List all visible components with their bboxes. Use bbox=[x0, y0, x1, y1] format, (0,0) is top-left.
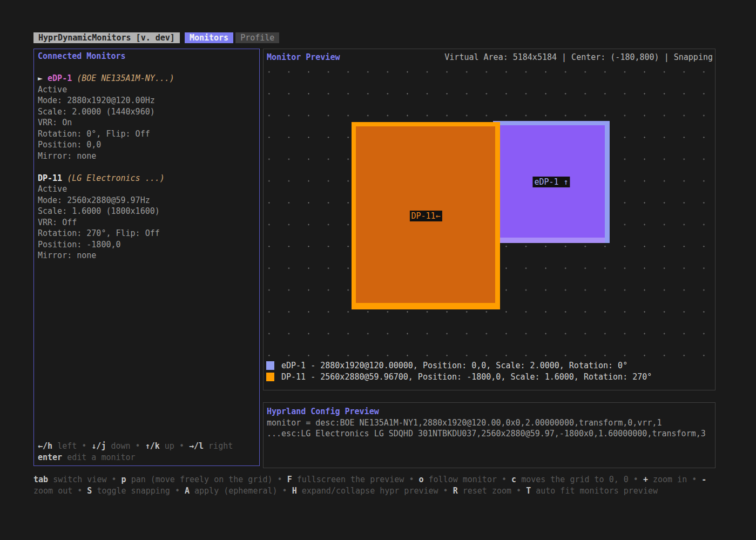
legend-text-edp1: eDP-1 - 2880x1920@120.00000, Position: 0… bbox=[281, 361, 627, 370]
app-title-tab: HyprDynamicMonitors [v. dev] bbox=[33, 32, 180, 43]
monitor-header: ► eDP-1 (BOE NE135A1M-NY...) bbox=[38, 73, 255, 84]
monitor-list-item-dp11[interactable]: DP-11 (LG Electronics ...) Active Mode: … bbox=[38, 173, 255, 261]
monitor-mode: Mode: 2560x2880@59.97Hz bbox=[38, 195, 255, 206]
monitor-list-keybinds: ←/h left • ↓/j down • ↑/k up • →/l right… bbox=[38, 441, 255, 463]
hyprland-config-panel: Hyprland Config Preview monitor = desc:B… bbox=[263, 402, 716, 468]
selected-arrow-icon: ► bbox=[38, 73, 48, 83]
monitor-scale: Scale: 2.0000 (1440x960) bbox=[38, 106, 255, 118]
monitor-status: Active bbox=[38, 184, 255, 195]
footer-keybinds-line1: tab switch view • p pan (move freely on … bbox=[33, 474, 725, 485]
monitor-list-item-edp1[interactable]: ► eDP-1 (BOE NE135A1M-NY...) Active Mode… bbox=[38, 73, 255, 161]
preview-status-text: Virtual Area: 5184x5184 | Center: (-180,… bbox=[444, 52, 713, 63]
tab-bar: HyprDynamicMonitors [v. dev] Monitors Pr… bbox=[33, 32, 279, 43]
connected-monitors-panel: Connected Monitors ► eDP-1 (BOE NE135A1M… bbox=[33, 49, 260, 466]
preview-monitor-dp11-label: DP-11← bbox=[409, 211, 442, 221]
monitor-status: Active bbox=[38, 84, 255, 96]
footer-keybinds-line2: zoom out • S toggle snapping • A apply (… bbox=[33, 485, 725, 497]
keybinds-enter: enter edit a monitor bbox=[38, 452, 255, 463]
preview-monitor-edp1[interactable]: eDP-1 ↑ bbox=[493, 121, 610, 243]
monitor-preview-panel: Monitor Preview Virtual Area: 5184x5184 … bbox=[263, 49, 716, 390]
hyprland-config-title: Hyprland Config Preview bbox=[267, 406, 712, 417]
monitor-vendor: (BOE NE135A1M-NY...) bbox=[72, 73, 174, 83]
monitor-rotation: Rotation: 270°, Flip: Off bbox=[38, 228, 255, 239]
monitor-preview-title: Monitor Preview bbox=[267, 52, 340, 63]
monitor-position: Position: 0,0 bbox=[38, 139, 255, 151]
monitor-mirror: Mirror: none bbox=[38, 250, 255, 261]
connected-monitors-title: Connected Monitors bbox=[38, 51, 255, 62]
preview-monitor-dp11[interactable]: DP-11← bbox=[352, 122, 500, 309]
monitor-mirror: Mirror: none bbox=[38, 151, 255, 162]
preview-legend: eDP-1 - 2880x1920@120.00000, Position: 0… bbox=[266, 360, 652, 383]
monitor-vrr: VRR: Off bbox=[38, 217, 255, 228]
preview-monitor-edp1-snap-edge bbox=[493, 238, 605, 243]
legend-row-dp11: DP-11 - 2560x2880@59.96700, Position: -1… bbox=[266, 372, 652, 383]
monitor-name: DP-11 bbox=[38, 173, 62, 183]
legend-text-dp11: DP-11 - 2560x2880@59.96700, Position: -1… bbox=[281, 372, 652, 382]
monitor-vrr: VRR: On bbox=[38, 117, 255, 129]
monitor-mode: Mode: 2880x1920@120.00Hz bbox=[38, 95, 255, 106]
legend-row-edp1: eDP-1 - 2880x1920@120.00000, Position: 0… bbox=[266, 360, 652, 372]
keybinds-navigation: ←/h left • ↓/j down • ↑/k up • →/l right bbox=[38, 441, 255, 452]
legend-swatch-dp11 bbox=[266, 373, 274, 381]
preview-header: Monitor Preview Virtual Area: 5184x5184 … bbox=[264, 49, 715, 65]
tab-monitors[interactable]: Monitors bbox=[185, 32, 233, 43]
config-line-edp1: monitor = desc:BOE NE135A1M-NY1,2880x192… bbox=[267, 417, 712, 429]
tab-profile[interactable]: Profile bbox=[235, 32, 279, 43]
monitor-scale: Scale: 1.6000 (1800x1600) bbox=[38, 206, 255, 217]
footer-keybinds: tab switch view • p pan (move freely on … bbox=[33, 474, 725, 497]
legend-swatch-edp1 bbox=[266, 361, 274, 370]
monitor-rotation: Rotation: 0°, Flip: Off bbox=[38, 129, 255, 140]
monitor-position: Position: -1800,0 bbox=[38, 239, 255, 251]
preview-monitor-edp1-label: eDP-1 ↑ bbox=[532, 177, 570, 187]
monitor-header: DP-11 (LG Electronics ...) bbox=[38, 173, 255, 184]
monitor-vendor: (LG Electronics ...) bbox=[62, 173, 165, 183]
config-line-dp11: ...esc:LG Electronics LG SDQHD 301NTBKDU… bbox=[267, 428, 712, 440]
app-window: HyprDynamicMonitors [v. dev] Monitors Pr… bbox=[0, 0, 756, 540]
monitor-name: eDP-1 bbox=[48, 73, 72, 83]
